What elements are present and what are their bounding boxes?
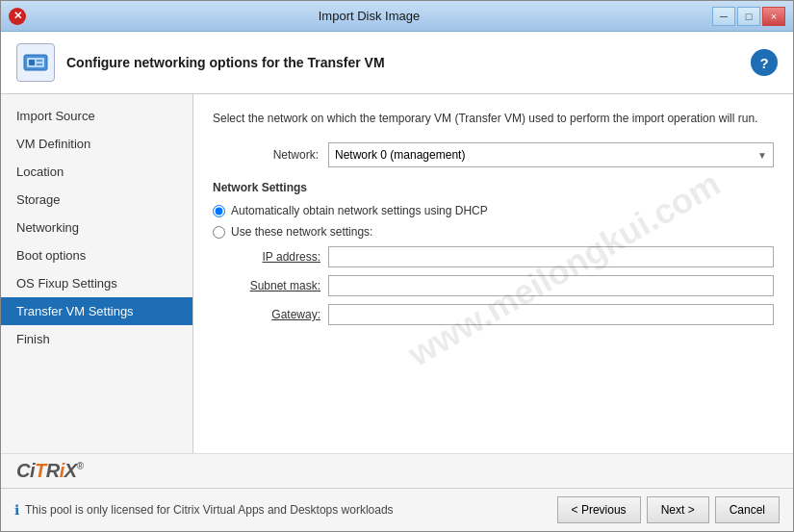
sidebar-item-vm-definition[interactable]: VM Definition — [1, 130, 192, 158]
dropdown-arrow-icon: ▼ — [757, 150, 767, 161]
title-bar: ✕ Import Disk Image ─ □ × — [1, 1, 793, 32]
gateway-input[interactable] — [328, 304, 774, 325]
header-title: Configure networking options for the Tra… — [66, 55, 385, 70]
close-button[interactable]: × — [762, 7, 785, 26]
manual-fields: IP address: Subnet mask: Gateway: — [232, 246, 774, 325]
radio-group: Automatically obtain network settings us… — [213, 204, 774, 239]
network-dropdown-wrap: Network 0 (management) ▼ — [328, 142, 774, 167]
minimize-button[interactable]: ─ — [712, 7, 735, 26]
main-window: ✕ Import Disk Image ─ □ × Configure netw… — [0, 0, 794, 532]
next-button[interactable]: Next > — [647, 496, 709, 523]
network-settings-section: Network Settings Automatically obtain ne… — [213, 181, 774, 325]
title-bar-left: ✕ — [9, 8, 26, 25]
sidebar-item-networking[interactable]: Networking — [1, 214, 192, 241]
close-window-icon[interactable]: ✕ — [9, 8, 26, 25]
citrix-logo: CiTRiX® — [16, 460, 83, 482]
sidebar-item-transfer-vm[interactable]: Transfer VM Settings — [1, 297, 192, 325]
ip-row: IP address: — [232, 246, 774, 267]
section-title: Network Settings — [213, 181, 774, 194]
dhcp-radio-row: Automatically obtain network settings us… — [213, 204, 774, 217]
help-button[interactable]: ? — [751, 49, 778, 76]
manual-radio-row: Use these network settings: — [213, 225, 774, 239]
subnet-row: Subnet mask: — [232, 275, 774, 296]
gateway-label: Gateway: — [232, 308, 328, 321]
footer: ℹ This pool is only licensed for Citrix … — [1, 488, 793, 531]
sidebar-item-import-source[interactable]: Import Source — [1, 102, 192, 130]
gateway-row: Gateway: — [232, 304, 774, 325]
sidebar-item-location[interactable]: Location — [1, 158, 192, 186]
network-dropdown[interactable]: Network 0 (management) ▼ — [328, 142, 774, 167]
ip-label: IP address: — [232, 250, 328, 264]
svg-rect-3 — [37, 60, 42, 62]
previous-button[interactable]: < Previous — [557, 496, 641, 523]
footer-info-text: This pool is only licensed for Citrix Vi… — [25, 503, 394, 517]
network-label: Network: — [213, 148, 328, 162]
manual-label: Use these network settings: — [231, 225, 372, 239]
window-title: Import Disk Image — [26, 9, 712, 23]
manual-radio[interactable] — [213, 226, 225, 239]
sidebar: Import SourceVM DefinitionLocationStorag… — [1, 94, 193, 453]
sidebar-item-storage[interactable]: Storage — [1, 186, 192, 214]
svg-rect-4 — [37, 63, 42, 65]
header: Configure networking options for the Tra… — [1, 32, 793, 94]
footer-info: ℹ This pool is only licensed for Citrix … — [14, 502, 394, 518]
ip-input[interactable] — [328, 246, 774, 267]
description-text: Select the network on which the temporar… — [213, 110, 774, 127]
subnet-input[interactable] — [328, 275, 774, 296]
footer-buttons: < Previous Next > Cancel — [557, 496, 780, 523]
sidebar-item-os-fixup[interactable]: OS Fixup Settings — [1, 269, 192, 297]
network-dropdown-value: Network 0 (management) — [335, 148, 465, 162]
dhcp-radio[interactable] — [213, 205, 225, 217]
body: Import SourceVM DefinitionLocationStorag… — [1, 94, 793, 453]
title-bar-controls: ─ □ × — [712, 7, 785, 26]
citrix-area: CiTRiX® — [1, 453, 793, 488]
main-content: www.meilongkui.com Select the network on… — [193, 94, 793, 453]
sidebar-item-boot-options[interactable]: Boot options — [1, 241, 192, 269]
info-icon: ℹ — [14, 502, 19, 518]
header-icon — [16, 43, 55, 82]
sidebar-item-finish[interactable]: Finish — [1, 325, 192, 353]
svg-rect-2 — [29, 60, 35, 65]
dhcp-label: Automatically obtain network settings us… — [231, 204, 488, 217]
cancel-button[interactable]: Cancel — [715, 496, 780, 523]
network-row: Network: Network 0 (management) ▼ — [213, 142, 774, 167]
header-left: Configure networking options for the Tra… — [16, 43, 385, 82]
maximize-button[interactable]: □ — [737, 7, 760, 26]
network-vm-icon — [22, 49, 49, 76]
subnet-label: Subnet mask: — [232, 279, 328, 292]
